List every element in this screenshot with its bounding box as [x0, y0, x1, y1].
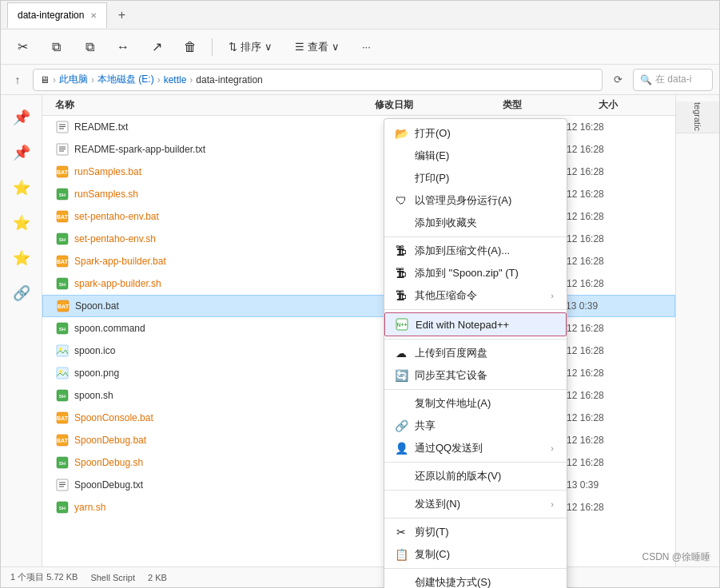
breadcrumb-sep-2: › — [157, 74, 161, 85]
ctx-item-icon: 🔄 — [394, 368, 408, 383]
ctx-menu-item[interactable]: 🗜其他压缩命令› — [384, 284, 567, 307]
file-icon: SH — [55, 321, 70, 336]
svg-text:N++: N++ — [396, 322, 407, 328]
file-row[interactable]: SHspark-app-builder.sh2022/4/12 16:28 — [42, 272, 675, 295]
file-row[interactable]: BATSpark-app-builder.bat2022/4/12 16:28 — [42, 250, 675, 272]
new-tab-btn[interactable]: + — [110, 4, 133, 26]
sidebar-link[interactable]: 🔗 — [6, 277, 38, 309]
cut-btn[interactable]: ✂ — [10, 35, 34, 59]
file-icon: BAT — [56, 299, 70, 313]
ctx-menu-item[interactable]: 🗜添加到压缩文件(A)... — [384, 240, 567, 262]
ctx-menu-item[interactable]: 🗜添加到 "Spoon.zip" (T) — [384, 262, 567, 284]
file-icon — [55, 120, 70, 134]
sort-icon: ⇅ — [229, 41, 237, 53]
sort-btn[interactable]: ⇅ 排序 ∨ — [222, 37, 279, 58]
ctx-submenu-arrow: › — [551, 499, 554, 509]
file-icon: SH — [55, 388, 70, 403]
file-list: README.txt2022/4/12 16:28README-spark-ap… — [42, 116, 675, 566]
svg-text:BAT: BAT — [57, 438, 69, 443]
ctx-menu-item[interactable]: N++Edit with Notepad++ — [384, 312, 567, 336]
copy-btn[interactable]: ⧉ — [44, 35, 68, 59]
ctx-item-icon: 👤 — [394, 441, 408, 455]
toolbar-separator — [212, 38, 213, 56]
ctx-item-label: 上传到百度网盘 — [415, 346, 554, 360]
file-row[interactable]: BATrunSamples.bat2022/4/12 16:28 — [42, 161, 675, 183]
file-row[interactable]: SHrunSamples.sh2022/4/12 16:28 — [42, 183, 675, 205]
ctx-menu-item[interactable]: 还原以前的版本(V) — [384, 465, 567, 487]
ctx-separator — [384, 389, 567, 390]
ctx-menu-item[interactable]: 复制文件地址(A) — [384, 392, 567, 415]
view-btn[interactable]: ☰ 查看 ∨ — [288, 37, 346, 58]
file-row[interactable]: BATset-pentaho-env.bat2022/4/12 16:28 — [42, 205, 675, 228]
delete-btn[interactable]: 🗑 — [178, 35, 202, 59]
more-btn[interactable]: ··· — [356, 38, 377, 56]
file-row[interactable]: SHspoon.command2022/4/12 16:28 — [42, 317, 675, 340]
view-chevron: ∨ — [332, 41, 340, 53]
ctx-item-icon: N++ — [395, 317, 409, 332]
file-row[interactable]: BATSpoonDebug.bat2022/4/12 16:28 — [42, 429, 675, 451]
ctx-menu-item[interactable]: 🔄同步至其它设备 — [384, 364, 567, 387]
file-icon — [55, 478, 70, 492]
file-row[interactable]: SpoonDebug.txt2023/5/13 0:39 — [42, 474, 675, 496]
ctx-item-icon — [394, 171, 408, 185]
ctx-menu-item[interactable]: 🔗共享 — [384, 415, 567, 437]
breadcrumb-drive[interactable]: 本地磁盘 (E:) — [97, 73, 154, 86]
sidebar-star-2[interactable]: ⭐ — [6, 207, 38, 239]
file-icon: BAT — [55, 165, 70, 179]
ctx-menu-item[interactable]: ✂剪切(T) — [384, 521, 567, 543]
ctx-menu-item[interactable]: 打印(P) — [384, 167, 567, 189]
right-panel: tegratic — [675, 95, 719, 566]
search-icon: 🔍 — [640, 74, 652, 85]
file-icon: BAT — [55, 411, 70, 425]
up-btn[interactable]: ↑ — [7, 70, 28, 90]
move-btn[interactable]: ↔ — [111, 35, 135, 59]
file-row[interactable]: SHyarn.sh2022/4/12 16:28 — [42, 496, 675, 518]
file-row[interactable]: SHset-pentaho-env.sh2022/4/12 16:28 — [42, 228, 675, 250]
breadcrumb-kettle[interactable]: kettle — [164, 74, 187, 85]
file-row[interactable]: SHSpoonDebug.sh2022/4/12 16:28 — [42, 451, 675, 474]
file-row[interactable]: README-spark-app-builder.txt2022/4/12 16… — [42, 138, 675, 161]
status-size: 2 KB — [148, 573, 167, 582]
file-row[interactable]: spoon.ico2022/4/12 16:28 — [42, 340, 675, 362]
breadcrumb[interactable]: 🖥 › 此电脑 › 本地磁盘 (E:) › kettle › data-inte… — [33, 69, 603, 91]
sidebar-star-3[interactable]: ⭐ — [6, 242, 38, 274]
ctx-menu-item[interactable]: 🛡以管理员身份运行(A) — [384, 189, 567, 212]
sidebar-pin-1[interactable]: 📌 — [6, 101, 38, 133]
right-panel-integration[interactable]: tegratic — [676, 101, 719, 133]
svg-text:BAT: BAT — [57, 214, 69, 220]
file-icon: SH — [55, 232, 70, 246]
ctx-menu-item[interactable]: ☁上传到百度网盘 — [384, 342, 567, 364]
col-header-size: 大小 — [599, 98, 662, 112]
file-row[interactable]: SHspoon.sh2022/4/12 16:28 — [42, 384, 675, 407]
ctx-menu-item[interactable]: 📋复制(C) — [384, 543, 567, 566]
breadcrumb-pc[interactable]: 此电脑 — [59, 73, 88, 86]
ctx-menu-item[interactable]: 编辑(E) — [384, 145, 567, 167]
file-row[interactable]: BATSpoonConsole.bat2022/4/12 16:28 — [42, 407, 675, 429]
breadcrumb-sep-3: › — [189, 74, 193, 85]
share-btn[interactable]: ↗ — [145, 35, 169, 59]
tab-close-btn[interactable]: ✕ — [90, 11, 97, 20]
search-box[interactable]: 🔍 在 data-i — [633, 69, 713, 91]
sort-chevron: ∨ — [265, 41, 272, 53]
ctx-menu-item[interactable]: 添加到收藏夹 — [384, 212, 567, 234]
ctx-menu-item[interactable]: 创建快捷方式(S) — [384, 571, 567, 588]
file-row[interactable]: spoon.png2022/4/12 16:28 — [42, 362, 675, 384]
file-icon — [55, 142, 70, 157]
ctx-item-label: 剪切(T) — [415, 525, 554, 539]
ctx-item-label: 其他压缩命令 — [415, 288, 544, 303]
file-row[interactable]: BATSpoon.bat2023/5/13 0:39 — [42, 295, 675, 317]
ctx-menu-item[interactable]: 发送到(N)› — [384, 493, 567, 515]
ctx-separator — [384, 236, 567, 237]
title-bar: data-integration ✕ + — [1, 1, 719, 30]
refresh-btn[interactable]: ⟳ — [607, 70, 628, 90]
file-row[interactable]: README.txt2022/4/12 16:28 — [42, 116, 675, 138]
ctx-item-label: 复制文件地址(A) — [415, 396, 554, 411]
col-header-date: 修改日期 — [375, 98, 503, 112]
sidebar-pin-2[interactable]: 📌 — [6, 137, 38, 169]
ctx-item-label: 打印(P) — [415, 171, 554, 185]
ctx-menu-item[interactable]: 👤通过QQ发送到› — [384, 437, 567, 459]
ctx-menu-item[interactable]: 📂打开(O) — [384, 122, 567, 145]
paste-btn[interactable]: ⧉ — [78, 35, 101, 59]
active-tab[interactable]: data-integration ✕ — [7, 2, 107, 28]
sidebar-star-1[interactable]: ⭐ — [6, 172, 38, 204]
